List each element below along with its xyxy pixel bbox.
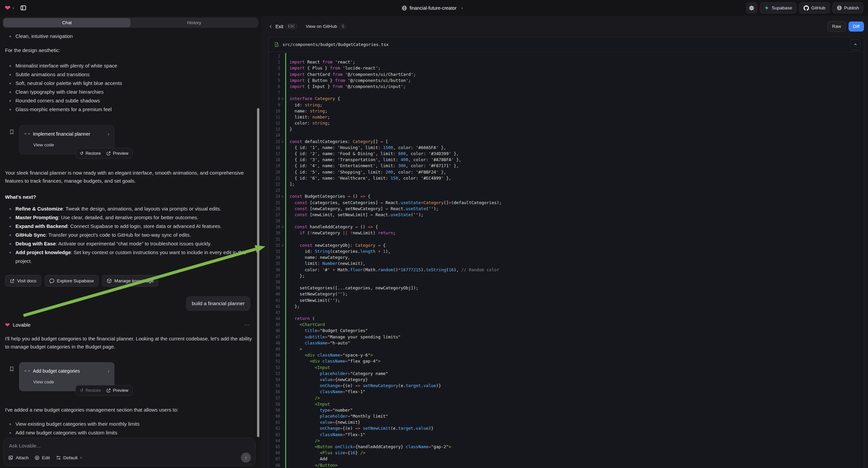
code-line: 34 name: newCategory, bbox=[269, 255, 864, 261]
line-number: 64 bbox=[269, 438, 280, 444]
fold-toggle-icon[interactable]: ∨ bbox=[280, 96, 285, 102]
bookmark-icon[interactable] bbox=[9, 366, 14, 372]
code-line: 35 limit: Number(newLimit), bbox=[269, 261, 864, 267]
line-number: 23 bbox=[269, 187, 280, 194]
code-line: 10 name: string; bbox=[269, 108, 864, 114]
code-line-content: if (!newCategory || !newLimit) return; bbox=[285, 230, 864, 236]
line-number: 62 bbox=[269, 426, 280, 431]
list-item-lead: Master Prompting bbox=[16, 214, 58, 220]
composer-input[interactable]: Ask Lovable... bbox=[9, 443, 250, 448]
settings-button[interactable] bbox=[746, 2, 757, 13]
code-panel: Exit ESC View on GitHub G Raw Diff src/c… bbox=[261, 16, 868, 468]
line-number: 26 bbox=[269, 206, 280, 212]
chat-scroll[interactable]: Clean, intuitive navigationFor the desig… bbox=[0, 30, 261, 436]
code-icon: < > bbox=[24, 367, 30, 375]
sidebar-toggle-button[interactable] bbox=[18, 3, 29, 13]
line-number: 11 bbox=[269, 114, 280, 120]
code-line-content: name: newCategory, bbox=[285, 255, 864, 261]
code-line-content: const defaultCategories: Category[] = [ bbox=[285, 139, 864, 145]
edit-button[interactable]: Edit bbox=[35, 455, 50, 460]
publish-button[interactable]: Publish bbox=[832, 2, 863, 13]
tab-chat[interactable]: Chat bbox=[3, 18, 130, 27]
chat-panel: Chat History Clean, intuitive navigation… bbox=[0, 16, 261, 468]
code-panel-header: Exit ESC View on GitHub G Raw Diff bbox=[261, 16, 868, 37]
preview-button[interactable]: Preview bbox=[106, 386, 128, 394]
code-line-content: id: string; bbox=[285, 102, 864, 108]
code-line: 67 Add bbox=[269, 456, 864, 462]
line-number: 9 bbox=[269, 102, 280, 108]
fold-toggle-icon[interactable]: ∨ bbox=[280, 139, 285, 145]
mode-select[interactable]: Default ∨ bbox=[56, 455, 82, 460]
fold-toggle-icon bbox=[280, 297, 285, 303]
code-line-content: placeholder="Category name" bbox=[285, 371, 864, 377]
supabase-button[interactable]: Supabase bbox=[760, 2, 797, 13]
github-button[interactable]: GitHub bbox=[799, 2, 830, 13]
composer: Ask Lovable... Attach Edit Default ∨ bbox=[3, 438, 255, 466]
code-line-content: Add bbox=[285, 456, 864, 462]
chat-paragraph: For the design aesthetic: bbox=[5, 46, 253, 54]
line-number: 47 bbox=[269, 334, 280, 340]
version-card[interactable]: < >Implement financial planner›View code… bbox=[19, 125, 115, 154]
line-number: 31 bbox=[269, 236, 280, 242]
code-line: 28 bbox=[269, 218, 864, 224]
exit-button[interactable]: Exit bbox=[276, 24, 283, 29]
line-number: 6 bbox=[269, 84, 280, 90]
project-switcher[interactable]: financial-future-creator ∨ bbox=[402, 5, 467, 11]
code-line-content bbox=[285, 236, 864, 242]
line-number: 59 bbox=[269, 407, 280, 413]
chat-scrollbar[interactable] bbox=[257, 108, 259, 437]
fold-toggle-icon[interactable]: ∨ bbox=[280, 242, 285, 248]
code-line-content: { id: '4', name: 'Entertainment', limit:… bbox=[285, 163, 864, 169]
lovable-logo-icon[interactable]: ❤ bbox=[5, 4, 11, 11]
file-path-bar[interactable]: src/components/budget/BudgetCategories.t… bbox=[269, 37, 864, 52]
list-item: Refine & Customize: Tweak the design, an… bbox=[5, 204, 253, 213]
line-number: 37 bbox=[269, 273, 280, 279]
line-number: 54 bbox=[269, 377, 280, 383]
view-on-github-button[interactable]: View on GitHub bbox=[306, 24, 337, 29]
code-lines[interactable]: 12import React from 'react';3import { Pl… bbox=[269, 52, 864, 468]
fold-toggle-icon bbox=[280, 426, 285, 431]
restore-button[interactable]: ↺Restore bbox=[80, 386, 101, 394]
version-card[interactable]: < >Add budget categories›View code↺Resto… bbox=[19, 362, 115, 391]
line-number: 14 bbox=[269, 132, 280, 138]
feature-list: Refine & Customize: Tweak the design, an… bbox=[5, 204, 253, 266]
code-line-content bbox=[285, 53, 864, 59]
action-button-explore-supabase[interactable]: Explore Supabase bbox=[44, 275, 99, 287]
bookmark-icon[interactable] bbox=[9, 129, 14, 135]
attach-button[interactable]: Attach bbox=[8, 455, 29, 460]
user-message-bubble: build a financial planner bbox=[186, 296, 250, 311]
restore-button[interactable]: ↺Restore bbox=[80, 149, 101, 157]
code-line-content: <Input bbox=[285, 401, 864, 407]
message-menu-button[interactable]: ⋯ bbox=[244, 321, 250, 329]
code-line: 36 color: '#' + Math.floor(Math.random()… bbox=[269, 267, 864, 273]
chevron-down-icon[interactable]: ∨ bbox=[12, 6, 15, 10]
fold-toggle-icon bbox=[280, 261, 285, 267]
code-line: 2import React from 'react'; bbox=[269, 59, 864, 65]
line-number: 1 bbox=[269, 53, 280, 59]
code-line: 51 <div className="flex gap-4"> bbox=[269, 358, 864, 364]
code-line-content: value={newLimit} bbox=[285, 419, 864, 426]
collapse-file-button[interactable] bbox=[850, 39, 861, 50]
action-button-manage-knowledge[interactable]: Manage knowledge bbox=[102, 275, 158, 287]
line-number: 48 bbox=[269, 340, 280, 346]
line-number: 19 bbox=[269, 163, 280, 169]
raw-toggle-button[interactable]: Raw bbox=[828, 21, 846, 32]
preview-button[interactable]: Preview bbox=[106, 149, 128, 157]
line-number: 63 bbox=[269, 432, 280, 438]
fold-toggle-icon bbox=[280, 59, 285, 65]
card-actions-pill: ↺RestorePreview bbox=[75, 385, 133, 396]
line-number: 2 bbox=[269, 59, 280, 65]
list-item-lead: Debug with Ease bbox=[16, 241, 56, 246]
diff-toggle-button[interactable]: Diff bbox=[848, 22, 864, 32]
line-number: 51 bbox=[269, 358, 280, 364]
tab-history[interactable]: History bbox=[130, 18, 258, 27]
version-card-title: Implement financial planner bbox=[33, 130, 90, 138]
fold-toggle-icon[interactable]: ∨ bbox=[280, 224, 285, 230]
action-button-visit-docs[interactable]: Visit docs bbox=[5, 275, 41, 287]
send-button[interactable]: ↑ bbox=[241, 452, 251, 463]
fold-toggle-icon[interactable]: ∨ bbox=[280, 194, 285, 199]
bullet-list: Clean, intuitive navigation bbox=[5, 32, 253, 40]
fold-toggle-icon bbox=[280, 248, 285, 255]
code-line-content: const [newCategory, setNewCategory] = Re… bbox=[285, 206, 864, 212]
action-button-label: Visit docs bbox=[17, 277, 37, 285]
